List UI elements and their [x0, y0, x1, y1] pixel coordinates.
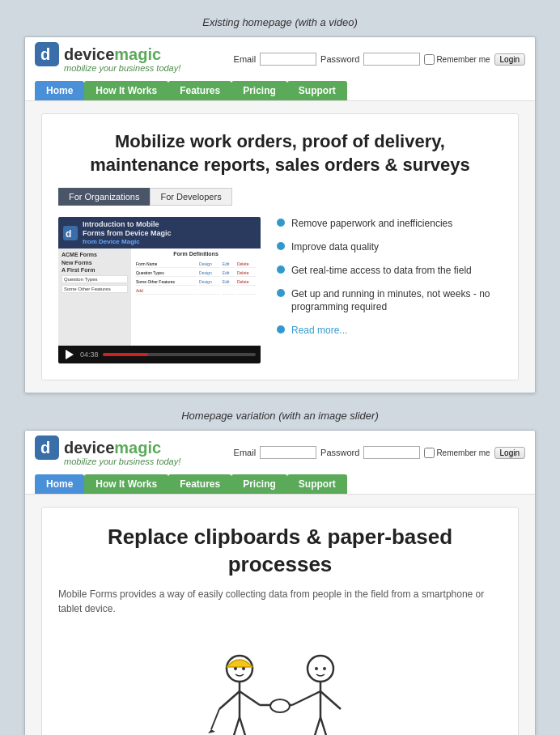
header-right-1: Email Password Remember me Login [234, 53, 525, 66]
svg-point-9 [234, 667, 237, 670]
remember-me-2: Remember me [424, 448, 490, 458]
svg-line-16 [227, 717, 240, 735]
remember-label-1: Remember me [436, 55, 490, 64]
svg-text:d: d [40, 45, 50, 63]
bullet-item-5[interactable]: Read more... [277, 324, 502, 338]
nav-how-it-works-2[interactable]: How It Works [84, 474, 168, 494]
bullet-dot-4 [277, 289, 285, 297]
nav-pricing-2[interactable]: Pricing [231, 474, 287, 494]
bullet-dot-5 [277, 325, 285, 334]
svg-line-25 [320, 717, 333, 735]
nav-support-1[interactable]: Support [287, 81, 347, 100]
video-title: Introduction to Mobile Forms from Device… [83, 220, 172, 245]
nav-features-2[interactable]: Features [168, 474, 231, 494]
svg-line-22 [292, 691, 320, 705]
nav-bar-2: Home How It Works Features Pricing Suppo… [35, 474, 525, 494]
video-title-line2: Forms from Device Magic [83, 229, 172, 238]
remember-label-2: Remember me [436, 448, 490, 457]
nav-home-2[interactable]: Home [35, 474, 84, 494]
bullet-dot-1 [277, 219, 285, 227]
bullet-item-1: Remove paperwork and inefficiencies [277, 217, 502, 231]
logo-tagline-1: mobilize your business today! [64, 63, 180, 73]
login-button-1[interactable]: Login [494, 53, 525, 66]
svg-point-18 [308, 656, 333, 682]
device-magic-logo-icon-2: d [35, 435, 59, 460]
bullet-dot-2 [277, 242, 285, 250]
bullet-dot-3 [277, 266, 285, 274]
bullet-item-3: Get real-time access to data from the fi… [277, 264, 502, 278]
video-left-panel: ACME Forms New Forms A First Form Questi… [58, 249, 131, 346]
read-more-link[interactable]: Read more... [291, 324, 347, 338]
logo-tagline-2: mobilize your business today! [64, 457, 180, 466]
logo-area-1: d devicemagic mobilize your business tod… [35, 42, 180, 76]
caption-2: Homepage variation (with an image slider… [24, 410, 536, 422]
password-input-1[interactable] [363, 53, 420, 66]
remember-me-1: Remember me [424, 54, 490, 65]
nav-bar-1: Home How It Works Features Pricing Suppo… [35, 81, 525, 100]
bullet-text-4: Get up and running in minutes, not weeks… [291, 287, 502, 315]
tab-organizations[interactable]: For Organizations [58, 188, 150, 206]
email-input-1[interactable] [260, 53, 316, 66]
browser-frame-2: d devicemagic mobilize your business tod… [24, 430, 536, 735]
video-progress-bar[interactable] [103, 353, 256, 356]
video-controls: 04:38 [58, 346, 261, 363]
remember-checkbox-2[interactable] [424, 448, 435, 458]
bullet-text-2: Improve data quality [291, 240, 379, 254]
svg-line-12 [219, 691, 240, 709]
video-player: d Introduction to Mobile Forms from Devi… [58, 217, 261, 363]
slider-subtext: Mobile Forms provides a way of easily co… [58, 587, 502, 616]
content-box-2: Replace clipboards & paper-based process… [41, 507, 519, 735]
svg-text:d: d [66, 228, 71, 240]
tab-developers[interactable]: For Developers [150, 188, 231, 206]
svg-line-17 [240, 717, 252, 735]
video-timestamp: 04:38 [80, 351, 99, 359]
nav-features-1[interactable]: Features [168, 81, 231, 100]
nav-pricing-1[interactable]: Pricing [231, 81, 287, 100]
nav-how-it-works-1[interactable]: How It Works [84, 81, 168, 100]
bullet-text-3: Get real-time access to data from the fi… [291, 264, 472, 278]
email-label-1: Email [234, 54, 257, 64]
tabs-row-1: For Organizations For Developers [58, 188, 502, 206]
caption-1: Existing homepage (with a video) [24, 16, 536, 28]
video-preview: ACME Forms New Forms A First Form Questi… [58, 249, 261, 346]
stick-figures-svg [167, 636, 393, 735]
video-title-line3: from Device Magic [83, 238, 172, 246]
video-title-line1: Introduction to Mobile [83, 220, 172, 229]
site-content-1: Mobilize work orders, proof of delivery,… [25, 101, 535, 393]
logo-device-text-2: device [64, 439, 114, 457]
main-headline-1: Mobilize work orders, proof of delivery,… [58, 130, 502, 176]
login-button-2[interactable]: Login [494, 447, 525, 459]
bullet-item-4: Get up and running in minutes, not weeks… [277, 287, 502, 315]
email-input-2[interactable] [260, 446, 316, 459]
svg-point-10 [242, 667, 245, 670]
logo-magic-text-2: magic [114, 439, 161, 457]
video-right-panel: Form Definitions Form NameDesignEditDele… [131, 249, 261, 346]
header-right-2: Email Password Remember me Login [234, 446, 525, 459]
play-button[interactable] [63, 348, 76, 361]
image-slider-area [58, 632, 502, 735]
password-label-1: Password [320, 54, 359, 64]
video-progress-fill [103, 353, 149, 356]
email-label-2: Email [234, 448, 257, 457]
logo-magic-text: magic [114, 45, 161, 63]
logo-area-2: d devicemagic mobilize your business tod… [35, 435, 180, 469]
logo-device-text: device [64, 45, 114, 63]
site-header-1: d devicemagic mobilize your business tod… [25, 37, 535, 101]
svg-line-13 [211, 709, 219, 729]
remember-checkbox-1[interactable] [424, 54, 435, 65]
slider-headline: Replace clipboards & paper-based process… [58, 524, 502, 579]
svg-point-26 [270, 699, 290, 712]
nav-home-1[interactable]: Home [35, 81, 84, 100]
video-top-bar: d Introduction to Mobile Forms from Devi… [58, 217, 261, 249]
nav-support-2[interactable]: Support [287, 474, 347, 494]
video-logo-icon: d [63, 226, 78, 240]
svg-point-19 [315, 667, 318, 670]
svg-point-20 [323, 667, 326, 670]
bullets-area: Remove paperwork and inefficiencies Impr… [277, 217, 502, 347]
bullet-item-2: Improve data quality [277, 240, 502, 254]
bullet-text-1: Remove paperwork and inefficiencies [291, 217, 452, 231]
site-header-2: d devicemagic mobilize your business tod… [25, 431, 535, 495]
browser-frame-1: d devicemagic mobilize your business tod… [24, 36, 536, 393]
svg-marker-14 [208, 729, 215, 733]
password-input-2[interactable] [363, 446, 420, 459]
